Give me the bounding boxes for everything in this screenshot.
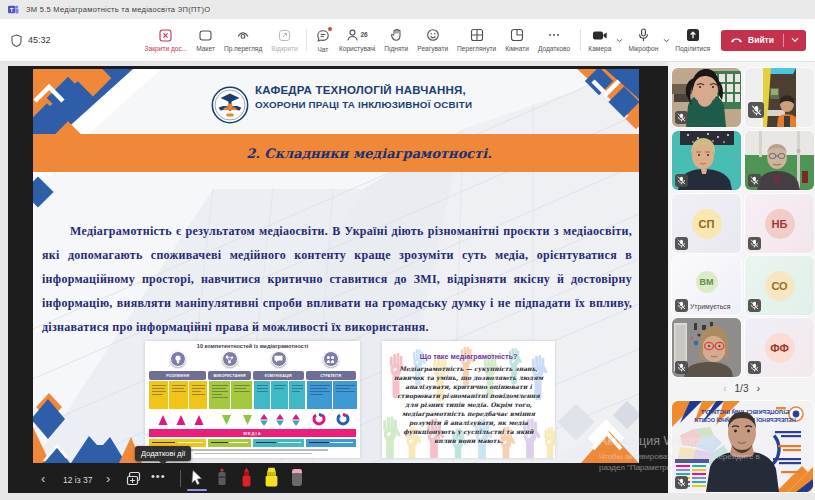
cell-label-light [330,442,353,443]
infographic-arrows [149,412,356,428]
avatar-initials: СО [765,271,795,301]
pagination-prev-button[interactable]: ‹ [723,382,727,394]
cell-text-line [310,391,330,392]
participants-button[interactable]: 26 Користувачі [334,19,379,61]
cell-label-light [178,442,204,443]
timer-value: 45:32 [28,35,51,45]
mic-off-icon [751,105,762,116]
infographic-cell [254,381,270,409]
hangup-icon [730,37,743,44]
mic-muted-badge [675,299,688,312]
participant-video-tile[interactable] [745,68,814,127]
mic-chevron[interactable] [661,37,672,43]
infographic-icon-cell [149,351,207,367]
leave-button[interactable]: Вийти [721,35,783,45]
next-slide-button[interactable]: › [106,472,110,485]
infographic-cell [333,381,357,409]
participant-avatar-tile[interactable]: ФФ [745,318,814,377]
open-button[interactable]: Відкрити [267,19,303,61]
prev-slide-button[interactable]: ‹ [41,472,45,485]
participant-video-tile[interactable] [672,68,741,127]
chat-label: Чат [317,46,328,53]
on-hold-status: Утримується [690,303,730,310]
participant-avatar-tile[interactable]: НБ [745,194,814,253]
infographic-bottom-cell [253,439,304,447]
cell-text-line [152,385,166,386]
laser-pointer-tool-button[interactable] [215,468,229,487]
mic-muted-badge [748,361,761,374]
share-button[interactable]: Поділитися [672,28,713,52]
cell-text-line [152,394,163,395]
slide-grid-button[interactable] [126,471,141,486]
layout-button[interactable]: Макет [192,19,220,61]
react-button[interactable]: Реагувати [413,19,453,61]
cell-text-line [212,394,223,395]
cell-text-line [310,394,324,395]
stop-presenting-button[interactable]: Закрити дос... [140,19,192,61]
pen-tool-button[interactable] [239,467,254,487]
caption-line [194,453,312,455]
more-actions-tooltip: Додаткові дії [135,446,191,461]
pagination-next-button[interactable]: › [756,382,760,394]
more-slide-actions-button[interactable]: ••• [151,470,166,482]
more-actions-label: Додатково [538,45,570,52]
infographic-cells-row [149,381,356,409]
participant-video-tile[interactable] [672,318,741,377]
pointer-tool-button[interactable] [189,469,205,486]
eye-icon [236,29,250,42]
caption-line [178,449,328,451]
infographic-cell [209,381,230,409]
leave-label: Вийти [748,35,774,45]
cell-label-light [229,442,248,443]
rooms-label: Кімнати [505,45,529,52]
mic-muted-badge [675,174,688,187]
participant-avatar-tile[interactable]: СП [672,194,741,253]
cell-text-line [212,388,227,389]
presenter-video-tile[interactable]: БІЛОЦЕРКІВСЬКИЙ ІНСТИТУТ НЕПЕРЕРВНОЇ ПРО… [672,401,813,492]
participant-video-tile[interactable] [672,131,741,190]
cell-text-line [192,388,205,389]
competencies-infographic: 10 компетентностей із медіаграмотності Р… [145,341,360,458]
slide-header-line2: ОХОРОНИ ПРАЦІ ТА ІНКЛЮЗИВНОЇ ОСВІТИ [255,99,472,110]
cell-text-line [257,385,268,386]
leave-chevron[interactable] [784,37,806,44]
slide-title-banner: 2. Складники медіаграмотності. [33,134,639,172]
raise-hand-button[interactable]: Підняти [380,19,413,61]
cell-label-dark [309,442,329,443]
institute-logo [211,86,249,124]
infographic-title: 10 компетентностей із медіаграмотності [145,343,360,349]
people-glyph-icon [326,355,335,364]
camera-button[interactable]: Камера [585,29,614,52]
eraser-tool-button[interactable] [289,468,305,487]
leave-split-button[interactable]: Вийти [721,30,806,51]
cells-communication [254,381,305,409]
cell-text-line [212,385,228,386]
popout-icon [278,29,291,42]
mic-button[interactable]: Мікрофон [625,28,661,52]
ellipsis-icon [547,28,561,42]
avatar-initials: ФФ [765,333,795,363]
infographic-cell [307,381,332,409]
preview-button[interactable]: Пр.перегляд [219,19,266,61]
participant-avatar-tile[interactable]: СО [745,256,814,315]
mic-off-icon [677,176,686,185]
view-label: Переглянути [457,45,496,52]
infographic-cell [149,381,168,409]
pagination-current: 1/3 [735,383,749,394]
rooms-button[interactable]: Кімнати [501,19,534,61]
mic-off-icon [750,239,759,248]
highlighter-tool-button[interactable] [263,467,280,487]
view-button[interactable]: Переглянути [453,19,501,61]
camera-chevron[interactable] [614,37,625,43]
camera-on-icon [592,29,608,42]
infographic-icon-cell [252,351,305,367]
more-actions-button[interactable]: Додатково [533,19,574,61]
participants-pagination: ‹ 1/3 › [668,382,815,394]
mic-muted-badge [748,102,764,118]
participant-video-tile[interactable] [745,131,814,190]
chat-button[interactable]: Чат [311,19,334,61]
chat-notification-dot [328,27,332,31]
participant-avatar-tile[interactable]: ВМ Утримується [672,256,741,315]
communication-icon [271,351,287,367]
col-communication: КОМУНІКАЦІЯ [253,371,304,380]
